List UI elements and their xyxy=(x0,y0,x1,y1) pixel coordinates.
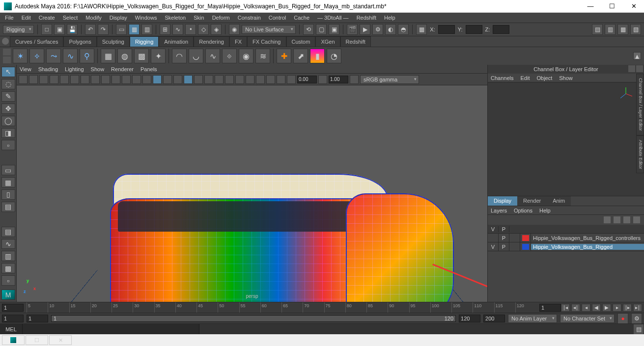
menu-modify[interactable]: Modify xyxy=(83,14,104,22)
shelf-tab-curves-surfaces[interactable]: Curves / Surfaces xyxy=(10,36,63,47)
rotate-tool[interactable]: ◯ xyxy=(1,116,15,126)
select-tool[interactable]: ↖ xyxy=(1,67,15,77)
shelf-sculpt-icon[interactable]: ◉ xyxy=(239,49,253,63)
layer-menu-options[interactable]: Options xyxy=(514,208,532,213)
layer-tab-display[interactable]: Display xyxy=(488,196,517,206)
live-surface-dropdown[interactable]: No Live Surface xyxy=(242,25,296,34)
pt-gamma-field[interactable] xyxy=(329,76,348,83)
step-fwd-key-button[interactable]: ∣▸ xyxy=(623,304,632,312)
lasso-tool[interactable]: ◌ xyxy=(1,79,15,89)
construction-history-button[interactable]: ⟲ xyxy=(303,24,314,35)
shelf-misc-icon[interactable]: ◔ xyxy=(327,49,341,63)
pt-select-camera-icon[interactable] xyxy=(19,75,28,84)
pt-misc3-icon[interactable] xyxy=(277,75,285,84)
layout-four-icon[interactable]: ▦ xyxy=(1,177,15,187)
menu-skin[interactable]: Skin xyxy=(191,14,207,22)
shelf-cluster-icon[interactable]: ✦ xyxy=(151,49,166,63)
redo-button[interactable]: ↷ xyxy=(98,24,109,35)
time-current-start[interactable] xyxy=(2,304,24,312)
script-icon[interactable]: ▫ xyxy=(1,275,15,286)
pt-shaded-icon[interactable] xyxy=(153,75,162,84)
pt-wireframe-icon[interactable] xyxy=(142,75,151,84)
range-outer-start[interactable] xyxy=(2,315,24,322)
viewport[interactable]: y x z persp xyxy=(17,85,487,302)
snap-plane-button[interactable]: ◇ xyxy=(198,24,209,35)
ipr-render-button[interactable]: ▶ xyxy=(360,24,370,35)
layer-name[interactable]: Hippie_Volkswagen_Bus_Rigged xyxy=(531,244,644,250)
pt-xray-joints-icon[interactable] xyxy=(246,75,254,84)
shelf-ikspline-icon[interactable]: ∿ xyxy=(63,49,78,63)
play-fwd-button[interactable]: ▶ xyxy=(602,304,611,312)
range-inner-start[interactable] xyxy=(27,315,48,322)
pt-gate-mask-icon[interactable] xyxy=(101,75,110,84)
pt-image-plane-icon[interactable] xyxy=(39,75,48,84)
taskbar-app-2[interactable]: ☐ xyxy=(26,335,48,345)
layer-vis-toggle[interactable]: V xyxy=(488,242,499,251)
toggle-isolate-button[interactable]: ▢ xyxy=(316,24,327,35)
hyper-icon[interactable]: ▩ xyxy=(1,263,15,273)
panel-menu-renderer[interactable]: Renderer xyxy=(111,66,134,72)
menu--3dtoall-[interactable]: — 3DtoAll — xyxy=(314,14,352,22)
shelf-weights-icon[interactable]: ◍ xyxy=(117,49,132,63)
menu-cache[interactable]: Cache xyxy=(291,14,312,22)
shelf-tab-animation[interactable]: Animation xyxy=(159,36,194,47)
menu-control[interactable]: Control xyxy=(266,14,289,22)
step-back-button[interactable]: ◂ xyxy=(582,304,590,312)
shelf-tab-custom[interactable]: Custom xyxy=(286,36,316,47)
layer-tab-anim[interactable]: Anim xyxy=(547,196,571,206)
pt-field-chart-icon[interactable] xyxy=(112,75,120,84)
pt-2d-zoom-icon[interactable] xyxy=(50,75,58,84)
taskbar-app-3[interactable]: ✕ xyxy=(49,335,72,345)
layer-color-swatch[interactable] xyxy=(520,234,531,242)
close-button[interactable]: ✕ xyxy=(627,1,640,11)
panel-menu-view[interactable]: View xyxy=(20,66,31,72)
panel-menu-show[interactable]: Show xyxy=(91,66,105,72)
shelf-tab-xgen[interactable]: XGen xyxy=(315,36,340,47)
y-field[interactable] xyxy=(466,25,482,34)
pt-safe-title-icon[interactable] xyxy=(132,75,141,84)
pt-bookmark-icon[interactable] xyxy=(29,75,38,84)
render-settings-button[interactable]: ⚙ xyxy=(372,24,383,35)
shelf-nonlinear-icon[interactable]: ⟐ xyxy=(222,49,237,63)
go-start-button[interactable]: ∣◂ xyxy=(561,304,570,312)
menu-deform[interactable]: Deform xyxy=(209,14,233,22)
panel-menu-lighting[interactable]: Lighting xyxy=(65,66,84,72)
menu-select[interactable]: Select xyxy=(60,14,81,22)
sidebar-toggle-4[interactable]: ▧ xyxy=(630,24,641,35)
layout-single-icon[interactable]: ▭ xyxy=(1,165,15,175)
pt-aa-icon[interactable] xyxy=(215,75,224,84)
layer-tab-render[interactable]: Render xyxy=(517,196,547,206)
hypershade-button[interactable]: ◓ xyxy=(398,24,409,35)
range-inner-end[interactable] xyxy=(459,315,480,322)
graph-icon[interactable]: ∿ xyxy=(1,239,15,249)
pt-grid-icon[interactable] xyxy=(70,75,79,84)
object-mode-button[interactable]: ▥ xyxy=(141,24,152,35)
minimize-button[interactable]: — xyxy=(584,1,597,11)
side-tab-channel-box[interactable]: Channel Box / Layer Editor xyxy=(636,74,644,135)
last-tool[interactable]: ▫ xyxy=(1,140,15,150)
menu-windows[interactable]: Windows xyxy=(132,14,160,22)
time-current-end[interactable] xyxy=(539,304,561,312)
range-track[interactable]: 1 120 xyxy=(51,315,456,322)
menu-help[interactable]: Help xyxy=(381,14,398,22)
snap-point-button[interactable]: • xyxy=(185,24,196,35)
taskbar-app-1[interactable] xyxy=(2,335,25,345)
pt-exposure-icon[interactable] xyxy=(287,75,296,84)
panel-layout-button[interactable]: ▦ xyxy=(416,24,427,35)
toggle-xray-button[interactable]: ▣ xyxy=(329,24,339,35)
command-input[interactable] xyxy=(23,324,199,334)
shelf-wrap-icon[interactable]: ◡ xyxy=(189,49,203,63)
shelf-joint-icon[interactable]: ⟡ xyxy=(29,49,44,63)
play-back-button[interactable]: ◀ xyxy=(592,304,601,312)
shelf-tab-fx[interactable]: FX xyxy=(229,36,247,47)
snap-view-button[interactable]: ◈ xyxy=(211,24,222,35)
shelf-ik-icon[interactable]: ⤳ xyxy=(46,49,61,63)
anim-layer-dropdown[interactable]: No Anim Layer xyxy=(508,314,557,323)
shelf-pin-icon[interactable]: ▮ xyxy=(310,49,325,63)
shelf-editor-button[interactable] xyxy=(3,49,11,63)
shelf-scroll-up-icon[interactable]: ▴ xyxy=(633,52,641,60)
pt-exposure-field[interactable] xyxy=(297,76,317,83)
channel-box-header[interactable]: Channel Box / Layer Editor xyxy=(488,65,644,74)
pt-textured-icon[interactable] xyxy=(163,75,172,84)
panel-menu-panels[interactable]: Panels xyxy=(140,66,157,72)
